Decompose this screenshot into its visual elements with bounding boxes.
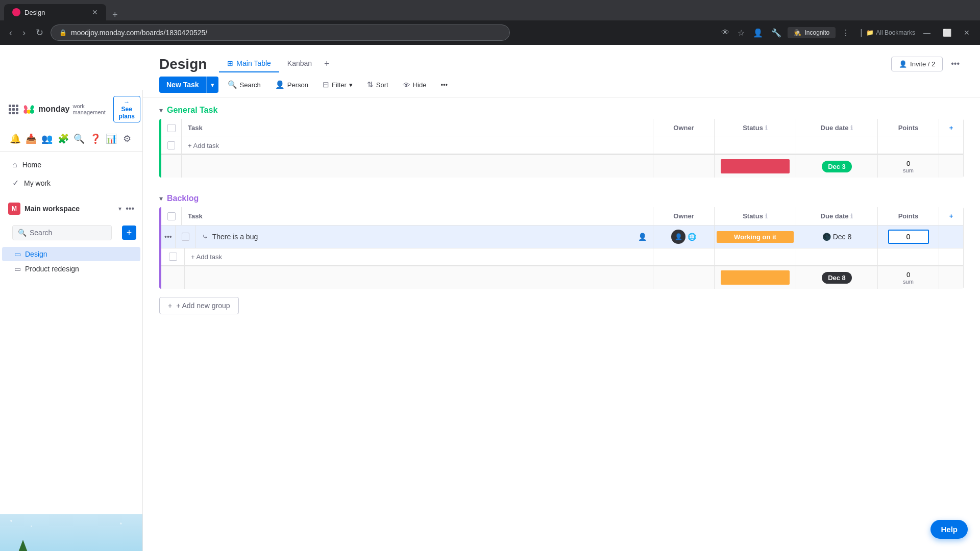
backlog-status-summary-bar <box>721 270 790 285</box>
tab-close-btn[interactable]: ✕ <box>92 8 98 16</box>
group-general-collapse-icon[interactable]: ▾ <box>159 106 163 114</box>
star-icon[interactable]: ☆ <box>736 26 747 40</box>
backlog-due-info-icon[interactable]: ℹ <box>850 213 853 220</box>
general-add-checkbox[interactable] <box>167 141 175 149</box>
sort-button[interactable]: ⇅ Sort <box>362 77 394 92</box>
all-bookmarks[interactable]: 📁 All Bookmarks <box>866 29 915 36</box>
reload-button[interactable]: ↻ <box>33 25 46 40</box>
apps-grid-button[interactable] <box>8 104 18 114</box>
hide-button[interactable]: 👁 Hide <box>398 78 432 92</box>
general-add-task-cell[interactable]: + Add task <box>182 137 653 154</box>
general-select-all-checkbox[interactable] <box>167 124 176 132</box>
see-plans-button[interactable]: → See plans <box>113 96 140 122</box>
backlog-status-badge[interactable]: Working on it <box>717 231 794 243</box>
add-tab-button[interactable]: + <box>320 57 334 71</box>
sidebar-board-product-redesign[interactable]: ▭ Product redesign <box>2 262 140 276</box>
add-board-button[interactable]: + <box>122 226 136 240</box>
backlog-row-bug: ••• ⤷ There is a bug 👤 👤 <box>161 226 964 248</box>
puzzle-icon[interactable]: 🧩 <box>56 131 70 147</box>
address-bar[interactable]: 🔒 moodjoy.monday.com/boards/1830420525/ <box>51 24 510 41</box>
eye-slash-icon: 👁 <box>719 26 731 39</box>
backlog-add-checkbox[interactable] <box>169 253 177 261</box>
person-button[interactable]: 👤 Person <box>270 77 313 92</box>
general-status-col-label: Status <box>743 124 763 132</box>
backlog-row-owner: 👤 🌐 <box>653 226 715 248</box>
help-global-icon[interactable]: ❓ <box>88 131 102 147</box>
backlog-add-due <box>796 248 878 265</box>
search-global-icon[interactable]: 🔍 <box>72 131 86 147</box>
add-group-plus-icon: + <box>168 302 172 310</box>
general-status-info-icon[interactable]: ℹ <box>765 124 768 132</box>
browser-tab[interactable]: Design ✕ <box>4 4 106 20</box>
maximize-button[interactable]: ⬜ <box>939 27 955 39</box>
new-task-button[interactable]: New Task <box>159 77 206 93</box>
table-container: ▾ General Task Task Owner <box>143 97 980 551</box>
sidebar-search-bar[interactable]: 🔍 Search <box>12 225 112 240</box>
monday-logo[interactable]: monday work management <box>22 101 109 117</box>
forward-button[interactable]: › <box>19 26 29 40</box>
more-options-icon[interactable]: ⋮ <box>840 26 852 40</box>
back-button[interactable]: ‹ <box>6 26 15 40</box>
inbox-icon[interactable]: 📥 <box>24 131 38 147</box>
tab-main-table[interactable]: ⊞ Main Table <box>219 55 279 72</box>
general-add-task-label[interactable]: + Add task <box>188 142 219 149</box>
extension-icon[interactable]: 🔧 <box>769 26 783 40</box>
general-head-add[interactable]: + <box>939 119 964 137</box>
board-more-button[interactable]: ••• <box>947 57 964 70</box>
general-due-summary-label: Dec 3 <box>828 163 846 170</box>
backlog-row-avatar: 👤 <box>671 230 685 244</box>
general-add-due <box>796 137 878 154</box>
workspace-more-icon[interactable]: ••• <box>126 204 134 213</box>
backlog-row-status[interactable]: Working on it <box>715 226 796 248</box>
backlog-points-input[interactable] <box>888 230 929 244</box>
group-backlog-collapse-icon[interactable]: ▾ <box>159 194 163 203</box>
add-group-label: + Add new group <box>176 302 230 310</box>
profile-icon[interactable]: 👤 <box>751 26 765 40</box>
sidebar-nav: ⌂ Home ✓ My work <box>0 152 142 196</box>
bell-icon[interactable]: 🔔 <box>8 131 22 147</box>
sidebar-search-label: Search <box>30 229 52 237</box>
search-toolbar-icon: 🔍 <box>228 80 237 89</box>
apps-grid-icon <box>8 104 18 114</box>
backlog-status-info-icon[interactable]: ℹ <box>765 213 768 220</box>
backlog-add-task-label[interactable]: + Add task <box>191 253 222 261</box>
search-button[interactable]: 🔍 Search <box>223 77 266 92</box>
new-task-dropdown-button[interactable]: ▾ <box>206 77 218 93</box>
backlog-row-points[interactable] <box>878 226 939 248</box>
workspace-name: Main workspace <box>24 205 114 213</box>
minimize-button[interactable]: — <box>919 27 935 39</box>
backlog-points-sum-label: sum <box>903 279 914 285</box>
close-button[interactable]: ✕ <box>960 27 974 39</box>
invite-button[interactable]: 👤 Invite / 2 <box>891 57 943 71</box>
svg-rect-5 <box>16 108 18 111</box>
people-icon[interactable]: 👥 <box>40 131 54 147</box>
backlog-row-checkbox[interactable] <box>182 233 189 241</box>
new-tab-button[interactable]: + <box>108 10 122 20</box>
invite-person-icon: 👤 <box>899 60 907 68</box>
help-button[interactable]: Help <box>930 520 968 539</box>
row-more-icon[interactable]: ••• <box>164 233 172 241</box>
add-new-group-button[interactable]: + + Add new group <box>159 297 239 314</box>
filter-button[interactable]: ⊟ Filter ▾ <box>317 77 358 92</box>
svg-rect-3 <box>9 108 11 111</box>
backlog-status-col-label: Status <box>743 212 763 220</box>
backlog-add-points <box>878 248 939 265</box>
workspace-chevron-icon[interactable]: ▾ <box>118 205 121 212</box>
general-summary-task <box>182 155 653 178</box>
general-due-info-icon[interactable]: ℹ <box>850 124 853 132</box>
sidebar-item-home[interactable]: ⌂ Home <box>4 156 138 173</box>
tab-kanban[interactable]: Kanban <box>279 55 320 72</box>
board-label-design: Design <box>25 250 47 258</box>
workspace-header: M Main workspace ▾ ••• <box>0 198 142 219</box>
toolbar: New Task ▾ 🔍 Search 👤 Person ⊟ Filter ▾ … <box>143 72 980 97</box>
sidebar-board-design[interactable]: ▭ Design <box>2 247 140 261</box>
backlog-head-status: Status ℹ <box>715 207 796 225</box>
backlog-head-add[interactable]: + <box>939 207 964 225</box>
more-toolbar-button[interactable]: ••• <box>435 78 453 92</box>
sidebar-item-my-work[interactable]: ✓ My work <box>4 174 138 192</box>
settings-icon[interactable]: ⚙ <box>120 131 134 147</box>
general-summary-status <box>715 155 796 178</box>
backlog-select-all-checkbox[interactable] <box>167 212 176 220</box>
backlog-add-task-cell[interactable]: + Add task <box>185 248 653 265</box>
chart-icon[interactable]: 📊 <box>104 131 118 147</box>
